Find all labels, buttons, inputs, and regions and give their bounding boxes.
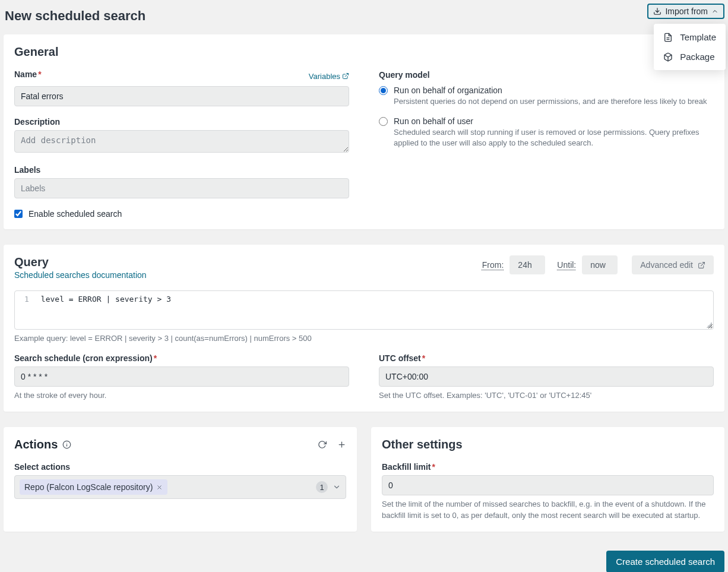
backfill-input[interactable] <box>382 475 714 495</box>
utc-label: UTC offset* <box>379 353 714 363</box>
action-count-badge: 1 <box>316 481 328 493</box>
line-number: 1 <box>17 295 36 304</box>
utc-hint: Set the UTC offset. Examples: 'UTC', 'UT… <box>379 390 714 401</box>
schedule-input[interactable] <box>14 366 349 387</box>
query-code: level = ERROR | severity > 3 <box>41 295 171 304</box>
import-from-button[interactable]: Import from <box>647 4 724 19</box>
import-from-label: Import from <box>665 7 708 16</box>
import-template-item[interactable]: Template <box>654 27 726 47</box>
radio-user-desc: Scheduled search will stop running if us… <box>394 127 714 148</box>
actions-heading: Actions <box>14 438 58 451</box>
external-link-icon <box>342 72 349 80</box>
package-icon <box>663 52 673 62</box>
general-heading: General <box>14 45 349 59</box>
enable-label: Enable scheduled search <box>29 209 122 219</box>
page-title: New scheduled search <box>5 8 145 24</box>
from-label: From: <box>482 260 504 270</box>
template-icon <box>663 33 673 42</box>
schedule-label: Search schedule (cron expression)* <box>14 353 349 363</box>
resize-handle[interactable] <box>706 322 712 328</box>
svg-line-4 <box>345 74 349 77</box>
name-label: Name* <box>14 69 42 79</box>
description-input[interactable] <box>14 130 349 153</box>
labels-label: Labels <box>14 165 349 175</box>
from-input[interactable]: 24h <box>509 255 545 274</box>
example-query-hint: Example query: level = ERROR | severity … <box>14 333 714 344</box>
query-doc-link[interactable]: Scheduled searches documentation <box>14 270 147 280</box>
description-label: Description <box>14 117 349 127</box>
import-icon <box>653 7 661 15</box>
refresh-button[interactable] <box>318 440 327 449</box>
enable-checkbox[interactable] <box>14 210 23 218</box>
import-package-item[interactable]: Package <box>654 47 726 67</box>
utc-input[interactable] <box>379 366 714 387</box>
query-card: Query Scheduled searches documentation F… <box>4 245 724 412</box>
variables-link[interactable]: Variables <box>309 72 349 81</box>
radio-org-label: Run on behalf of organization <box>394 86 502 95</box>
until-label: Until: <box>557 260 576 270</box>
general-card: General Name* Variables Description <box>4 34 724 229</box>
radio-user-label: Run on behalf of user <box>394 116 473 126</box>
add-button[interactable] <box>337 440 346 449</box>
other-heading: Other settings <box>382 438 714 451</box>
until-input[interactable]: now <box>582 255 618 274</box>
remove-chip-icon[interactable] <box>156 484 163 491</box>
info-icon[interactable] <box>62 440 71 449</box>
query-heading: Query <box>14 255 147 269</box>
chevron-up-icon <box>711 8 718 15</box>
radio-org-desc: Persistent queries do not depend on user… <box>394 96 714 107</box>
actions-select[interactable]: Repo (Falcon LogScale repository) 1 <box>14 475 346 499</box>
name-input[interactable] <box>14 86 349 106</box>
create-button[interactable]: Create scheduled search <box>606 551 724 572</box>
backfill-hint: Set the limit of the number of missed se… <box>382 499 714 520</box>
import-dropdown: Template Package <box>654 24 726 70</box>
action-chip: Repo (Falcon LogScale repository) <box>20 479 167 495</box>
radio-user[interactable] <box>379 117 388 126</box>
advanced-edit-button[interactable]: Advanced edit <box>632 255 714 274</box>
labels-input[interactable] <box>14 178 349 198</box>
external-link-icon <box>698 261 705 269</box>
query-model-label: Query model <box>379 70 714 80</box>
schedule-hint: At the stroke of every hour. <box>14 390 349 401</box>
chevron-down-icon[interactable] <box>333 483 341 491</box>
backfill-label: Backfill limit* <box>382 462 714 472</box>
actions-card: Actions Select actions Repo (Falcon LogS… <box>4 427 357 531</box>
svg-line-5 <box>701 262 704 266</box>
query-editor[interactable]: 1level = ERROR | severity > 3 <box>14 290 714 330</box>
radio-org[interactable] <box>379 86 388 95</box>
select-actions-label: Select actions <box>14 462 346 472</box>
other-settings-card: Other settings Backfill limit* Set the l… <box>371 427 724 531</box>
